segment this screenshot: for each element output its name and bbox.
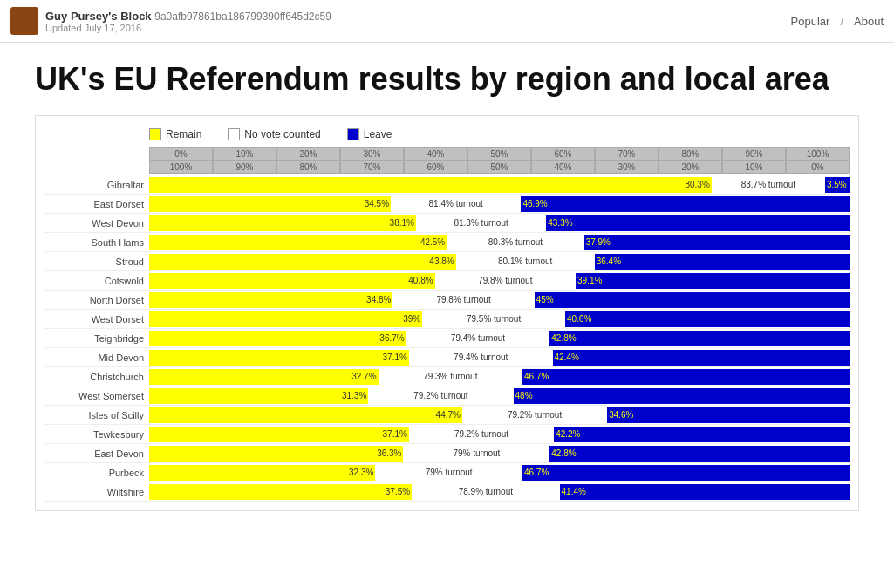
row-bars: 40.8%79.8% turnout39.1%	[149, 271, 850, 290]
row-bars: 38.1%81.3% turnout43.3%	[149, 214, 850, 232]
row-bars: 32.7%79.3% turnout46.7%	[149, 367, 850, 386]
table-row: East Devon36.3%79% turnout42.8%	[44, 444, 850, 463]
remain-bar: 38.1%	[149, 215, 416, 231]
novote-bar: 79.3% turnout	[379, 369, 522, 385]
novote-bar: 78.9% turnout	[412, 484, 559, 500]
scale-top: 0%10%20%30%40%50%60%70%80%90%100%	[149, 147, 850, 161]
table-row: Teignbridge36.7%79.4% turnout42.8%	[44, 329, 850, 348]
scale-bottom-cell: 80%	[276, 161, 340, 174]
remain-bar: 43.8%	[149, 254, 456, 270]
row-bars: 37.1%79.2% turnout42.2%	[149, 425, 850, 443]
row-bars: 39%79.5% turnout40.6%	[149, 310, 850, 328]
scale-bottom-cell: 60%	[404, 161, 467, 174]
table-row: Wiltshire37.5%78.9% turnout41.4%	[44, 482, 850, 502]
leave-bar: 39.1%	[576, 273, 850, 289]
bars-wrapper: 34.5%81.4% turnout46.9%	[149, 196, 850, 212]
remain-label: Remain	[166, 128, 201, 140]
legend-remain: Remain	[149, 128, 201, 140]
block-title: Guy Pursey's Block	[45, 10, 152, 23]
remain-bar: 36.7%	[149, 331, 406, 346]
remain-bar: 34.5%	[149, 196, 391, 212]
scale-bottom-cell: 90%	[213, 161, 276, 174]
bars-wrapper: 39%79.5% turnout40.6%	[149, 311, 850, 327]
row-label: Teignbridge	[44, 333, 149, 344]
leave-bar: 42.8%	[549, 331, 850, 346]
leave-label: Leave	[364, 128, 392, 140]
bars-wrapper: 34.8%79.8% turnout45%	[149, 292, 850, 308]
bars-wrapper: 32.7%79.3% turnout46.7%	[149, 369, 850, 385]
scale-bottom-cell: 100%	[149, 161, 213, 174]
remain-bar: 39%	[149, 311, 422, 327]
table-row: Cotswold40.8%79.8% turnout39.1%	[44, 271, 850, 291]
novote-icon	[228, 128, 240, 140]
scale-bottom-cell: 30%	[595, 161, 659, 174]
popular-link[interactable]: Popular	[791, 15, 830, 28]
row-label: Tewkesbury	[44, 429, 149, 440]
table-row: Mid Devon37.1%79.4% turnout42.4%	[44, 348, 850, 367]
scale-top-cell: 80%	[659, 147, 722, 161]
novote-bar: 79% turnout	[403, 446, 549, 462]
row-label: Mid Devon	[44, 352, 149, 363]
block-hash: 9a0afb97861ba186799390ff645d2c59	[154, 10, 331, 23]
leave-bar: 46.7%	[522, 369, 850, 385]
novote-bar: 79.8% turnout	[435, 273, 576, 289]
novote-label: No vote counted	[244, 128, 320, 140]
leave-bar: 46.7%	[522, 465, 850, 481]
bars-wrapper: 80.3%83.7% turnout3.5%	[149, 177, 850, 193]
table-row: North Dorset34.8%79.8% turnout45%	[44, 291, 850, 310]
novote-bar: 79.4% turnout	[409, 350, 553, 366]
table-row: West Somerset31.3%79.2% turnout48%	[44, 386, 850, 406]
remain-bar: 37.1%	[149, 427, 409, 442]
chart-container: Remain No vote counted Leave 0%10%20%30%…	[35, 115, 859, 511]
remain-bar: 40.8%	[149, 273, 435, 289]
row-label: East Devon	[44, 448, 149, 459]
novote-bar: 79.4% turnout	[406, 331, 550, 346]
remain-bar: 37.1%	[149, 350, 409, 366]
bars-wrapper: 42.5%80.3% turnout37.9%	[149, 235, 850, 250]
novote-bar: 81.4% turnout	[391, 196, 521, 212]
about-link[interactable]: About	[854, 15, 884, 28]
scale-top-cell: 40%	[404, 147, 467, 161]
table-row: West Dorset39%79.5% turnout40.6%	[44, 310, 850, 329]
leave-bar: 46.9%	[521, 196, 850, 212]
scale-bottom-cell: 40%	[531, 161, 595, 174]
legend: Remain No vote counted Leave	[44, 125, 850, 147]
remain-icon	[149, 128, 161, 140]
leave-bar: 34.6%	[607, 407, 850, 423]
novote-bar: 80.3% turnout	[447, 235, 583, 250]
novote-bar: 79.5% turnout	[422, 311, 565, 327]
row-label: Cotswold	[44, 276, 149, 286]
scale-bottom: 100%90%80%70%60%50%40%30%20%10%0%	[149, 161, 850, 174]
row-bars: 37.5%78.9% turnout41.4%	[149, 482, 850, 501]
table-row: South Hams42.5%80.3% turnout37.9%	[44, 233, 850, 252]
leave-bar: 36.4%	[595, 254, 850, 270]
header-nav: Popular / About	[791, 15, 884, 28]
novote-bar: 79.2% turnout	[462, 407, 607, 423]
bars-wrapper: 36.3%79% turnout42.8%	[149, 446, 850, 462]
bars-wrapper: 43.8%80.1% turnout36.4%	[149, 254, 850, 270]
novote-bar: 79.8% turnout	[392, 292, 534, 308]
remain-bar: 32.3%	[149, 465, 375, 481]
scale-top-cell: 70%	[595, 147, 659, 161]
row-bars: 34.8%79.8% turnout45%	[149, 291, 850, 309]
row-bars: 36.3%79% turnout42.8%	[149, 444, 850, 462]
row-label: Gibraltar	[44, 180, 149, 190]
row-label: Purbeck	[44, 468, 149, 478]
table-row: Gibraltar80.3%83.7% turnout3.5%	[44, 175, 850, 195]
row-bars: 44.7%79.2% turnout34.6%	[149, 406, 850, 424]
row-bars: 42.5%80.3% turnout37.9%	[149, 233, 850, 251]
scale-top-cell: 0%	[149, 147, 213, 161]
row-bars: 32.3%79% turnout46.7%	[149, 463, 850, 482]
row-label: West Somerset	[44, 391, 149, 401]
remain-bar: 44.7%	[149, 407, 462, 423]
remain-bar: 80.3%	[149, 177, 712, 193]
leave-bar: 41.4%	[560, 484, 850, 500]
data-rows: Gibraltar80.3%83.7% turnout3.5%East Dors…	[44, 175, 850, 502]
row-label: Isles of Scilly	[44, 410, 149, 420]
scale-bottom-cell: 0%	[786, 161, 850, 174]
row-label: East Dorset	[44, 199, 149, 209]
leave-icon	[347, 128, 359, 140]
novote-bar: 80.1% turnout	[456, 254, 595, 270]
header: Guy Pursey's Block 9a0afb97861ba18679939…	[0, 0, 894, 43]
bars-wrapper: 37.1%79.4% turnout42.4%	[149, 350, 850, 366]
